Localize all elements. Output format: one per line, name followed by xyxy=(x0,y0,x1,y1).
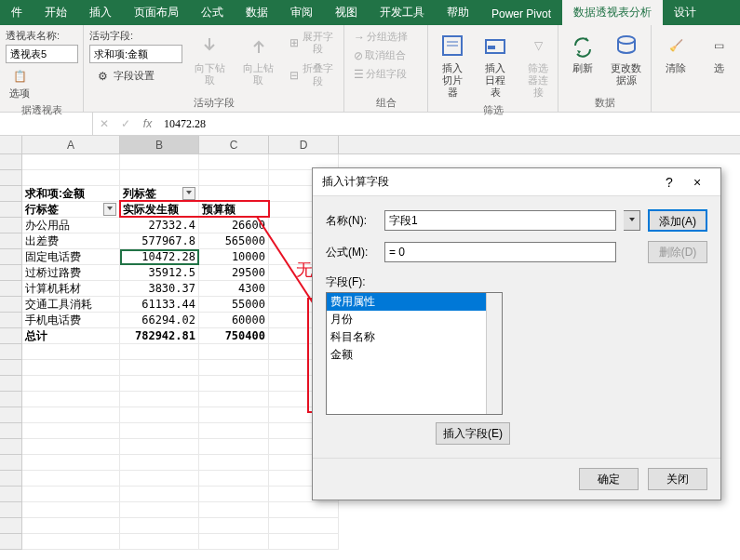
tab-design[interactable]: 设计 xyxy=(663,0,707,25)
tab-dev[interactable]: 开发工具 xyxy=(369,0,436,25)
fx-button[interactable]: fx xyxy=(143,117,152,130)
add-button[interactable]: 添加(A) xyxy=(648,209,707,232)
dialog-help-button[interactable]: ? xyxy=(655,168,683,196)
group-field-button[interactable]: ☰分组字段 xyxy=(350,66,410,83)
table-row[interactable]: 过桥过路费 xyxy=(22,265,120,281)
list-item[interactable]: 科目名称 xyxy=(327,328,502,346)
cancel-button[interactable]: 关闭 xyxy=(648,468,707,490)
table-row[interactable]: 办公用品 xyxy=(22,218,120,233)
settings-icon: ⚙ xyxy=(93,67,112,86)
field-settings-button[interactable]: ⚙字段设置 xyxy=(89,65,182,87)
ungroup-button[interactable]: ⊘取消组合 xyxy=(350,47,410,64)
col-A[interactable]: A xyxy=(22,136,120,153)
dialog-close-button[interactable]: × xyxy=(683,168,711,196)
total-cell[interactable]: 750400 xyxy=(199,328,269,344)
tab-view[interactable]: 视图 xyxy=(324,0,369,25)
table-cell[interactable]: 27332.4 xyxy=(120,218,199,233)
active-field-input[interactable] xyxy=(89,45,182,63)
slicer-icon xyxy=(437,31,467,60)
group-selection-button[interactable]: →分组选择 xyxy=(350,29,411,46)
col-C[interactable]: C xyxy=(199,136,269,153)
table-row[interactable]: 固定电话费 xyxy=(22,249,120,265)
timeline-icon xyxy=(480,31,510,60)
group-active-field: 活动字段 xyxy=(89,94,338,112)
row-dropdown-icon[interactable] xyxy=(103,203,116,216)
tab-home[interactable]: 开始 xyxy=(34,0,78,25)
ok-button[interactable]: 确定 xyxy=(579,468,639,490)
options-button[interactable]: 📋选项 xyxy=(6,65,34,101)
pivot-col-label[interactable]: 列标签 xyxy=(120,186,199,202)
table-cell[interactable]: 35912.5 xyxy=(120,265,199,281)
name-dropdown-icon[interactable] xyxy=(624,210,640,231)
svg-rect-4 xyxy=(488,46,495,49)
expand-field-button[interactable]: ⊞展开字段 xyxy=(286,29,338,57)
scrollbar[interactable] xyxy=(486,293,502,414)
table-cell[interactable]: 10472.28 xyxy=(120,249,199,265)
ribbon: 透视表名称: 📋选项 据透视表 活动字段: ⚙字段设置 向下钻取 向上钻取 ⊞展… xyxy=(0,25,740,113)
insert-timeline-button[interactable]: 插入日程表 xyxy=(477,29,514,101)
table-cell[interactable]: 26600 xyxy=(199,218,269,233)
group-filter: 筛选 xyxy=(434,101,552,119)
table-cell[interactable]: 4300 xyxy=(199,281,269,297)
tab-pivottable-analyze[interactable]: 数据透视表分析 xyxy=(562,0,663,25)
pivot-corner[interactable]: 求和项:金额 xyxy=(22,186,120,202)
drilldown-button[interactable]: 向下钻取 xyxy=(188,29,232,88)
tab-help[interactable]: 帮助 xyxy=(436,0,480,25)
tab-insert[interactable]: 插入 xyxy=(78,0,123,25)
clear-button[interactable]: 🧹清除 xyxy=(657,29,694,76)
table-cell[interactable]: 55000 xyxy=(199,297,269,313)
cancel-icon: ✕ xyxy=(100,117,109,130)
tab-data[interactable]: 数据 xyxy=(235,0,279,25)
table-row[interactable]: 交通工具消耗 xyxy=(22,297,120,313)
list-item[interactable]: 月份 xyxy=(327,311,502,328)
header-actual[interactable]: 实际发生额 xyxy=(120,202,199,218)
table-row[interactable]: 出差费 xyxy=(22,233,120,249)
filter-conn-button[interactable]: ▽筛选器连接 xyxy=(519,29,557,101)
calc-field-dialog: 插入计算字段 ? × 名称(N): 添加(A) 公式(M): 删除(D) 字段(… xyxy=(312,167,721,500)
select-button[interactable]: ▭选 xyxy=(700,29,737,76)
table-row[interactable]: 手机电话费 xyxy=(22,313,120,328)
fields-listbox[interactable]: 费用属性 月份 科目名称 金额 xyxy=(326,292,503,415)
table-cell[interactable]: 29500 xyxy=(199,265,269,281)
formula-input[interactable] xyxy=(384,242,616,262)
insert-slicer-button[interactable]: 插入切片器 xyxy=(434,29,471,101)
header-budget[interactable]: 预算额 xyxy=(199,202,269,218)
list-item[interactable]: 金额 xyxy=(327,346,502,364)
tab-powerpivot[interactable]: Power Pivot xyxy=(480,3,562,25)
tab-review[interactable]: 审阅 xyxy=(279,0,324,25)
drillup-icon xyxy=(244,31,274,60)
select-all-corner[interactable] xyxy=(0,136,22,153)
table-cell[interactable]: 60000 xyxy=(199,313,269,328)
ribbon-tabs: 件 开始 插入 页面布局 公式 数据 审阅 视图 开发工具 帮助 Power P… xyxy=(0,0,740,25)
name-input[interactable] xyxy=(384,210,616,231)
total-cell[interactable]: 782942.81 xyxy=(120,328,199,344)
formula-bar[interactable]: 10472.28 xyxy=(164,117,206,131)
tab-formulas[interactable]: 公式 xyxy=(190,0,235,25)
group-icon: ☰ xyxy=(354,68,364,81)
col-dropdown-icon[interactable] xyxy=(182,187,195,200)
col-B[interactable]: B xyxy=(120,136,199,153)
table-cell[interactable]: 10000 xyxy=(199,249,269,265)
table-cell[interactable]: 66294.02 xyxy=(120,313,199,328)
pivot-name-input[interactable] xyxy=(6,45,78,63)
col-D[interactable]: D xyxy=(269,136,339,153)
tab-layout[interactable]: 页面布局 xyxy=(123,0,190,25)
table-cell[interactable]: 565000 xyxy=(199,233,269,249)
drillup-button[interactable]: 向上钻取 xyxy=(237,29,281,88)
tab-file[interactable]: 件 xyxy=(0,0,34,25)
total-row[interactable]: 总计 xyxy=(22,328,120,344)
change-source-button[interactable]: 更改数据源 xyxy=(607,29,645,88)
eraser-icon: 🧹 xyxy=(661,31,691,60)
table-cell[interactable]: 577967.8 xyxy=(120,233,199,249)
insert-field-button[interactable]: 插入字段(E) xyxy=(436,422,510,445)
table-cell[interactable]: 3830.37 xyxy=(120,281,199,297)
arrow-right-icon: → xyxy=(354,31,365,44)
name-label: 名称(N): xyxy=(326,213,377,229)
refresh-button[interactable]: 刷新 xyxy=(564,29,601,76)
collapse-field-button[interactable]: ⊟折叠字段 xyxy=(286,60,338,88)
list-item[interactable]: 费用属性 xyxy=(327,293,502,311)
table-cell[interactable]: 61133.44 xyxy=(120,297,199,313)
table-row[interactable]: 计算机耗材 xyxy=(22,281,120,297)
delete-button[interactable]: 删除(D) xyxy=(648,241,707,263)
pivot-row-label[interactable]: 行标签 xyxy=(22,202,120,218)
